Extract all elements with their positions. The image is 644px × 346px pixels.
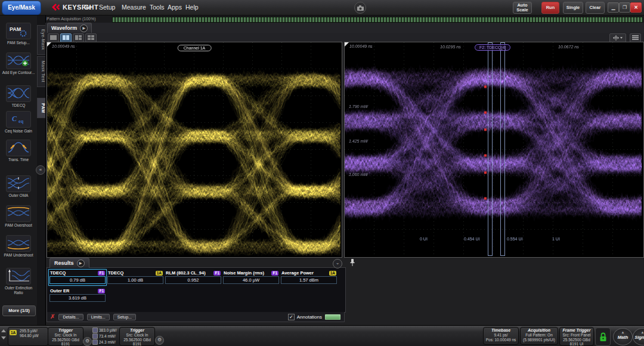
sidebar-item-ceq-noise-gain[interactable]: Ceq Ceq Noise Gain — [0, 111, 37, 134]
timebase-ref-left: 10.00049 ns — [52, 44, 75, 48]
source-badge-f1: F1 — [98, 289, 105, 294]
layout-three-button[interactable] — [73, 33, 84, 42]
add-eye-contour-icon — [6, 52, 31, 69]
auto-scale-button[interactable]: Auto Scale — [513, 2, 532, 14]
menu-setup[interactable]: Setup — [95, 0, 119, 15]
eye-mask-mode-button[interactable]: Eye/Mask — [2, 1, 41, 15]
trigger-source: Src: Clock In — [48, 333, 83, 338]
sidebar-item-tdecq[interactable]: TDECQ — [0, 85, 37, 108]
sidebar-item-add-eye-contour[interactable]: Add Eye Contour... — [0, 52, 37, 75]
menu-measure[interactable]: Measure — [118, 0, 150, 15]
layout-single-button[interactable] — [48, 33, 59, 42]
trigger-rate: 25.562500 GBd — [120, 338, 154, 342]
timebase-status[interactable]: Timebase 9.41 ps/ Pos: 10.00049 ns — [483, 327, 519, 345]
measurement-sidebar: PAM PAM Setup... Add Eye Contour... TDEC… — [0, 16, 38, 325]
tab-mask-test[interactable]: Mask Test — [37, 56, 45, 87]
results-body: TDECQF1 0.79 dB TDECQ1A 1.00 dB RLM (802… — [47, 267, 346, 313]
more-measurements-button[interactable]: More (1/3) — [2, 305, 36, 316]
camera-icon — [357, 5, 364, 11]
math-button[interactable]: ▲ Math — [613, 328, 633, 345]
trigger-status-1[interactable]: Trigger Src: Clock In 25.562500 GBd 8191 — [48, 327, 83, 346]
function-scale-row[interactable]: 383.0 µW/ — [92, 328, 117, 333]
sidebar-item-trans-time[interactable]: Trans. Time — [0, 140, 37, 162]
layout-quad-button[interactable] — [85, 33, 97, 42]
waveform-tab[interactable]: Waveform ▶ — [47, 23, 92, 33]
results-panel: Results ▶ TDECQF1 0.79 dB TDECQ1A 1.00 d… — [47, 258, 346, 322]
results-tab[interactable]: Results ▶ — [49, 258, 89, 268]
acquisition-status[interactable]: Acquisition Full Pattern: On (5.9899901 … — [520, 327, 558, 345]
pan-zoom-button[interactable] — [609, 33, 626, 42]
tdecq-function-badge[interactable]: F2: TDECQ[4] — [475, 44, 510, 51]
annotations-toggle[interactable] — [324, 314, 341, 320]
scroll-down-icon[interactable] — [1, 336, 6, 339]
single-button[interactable]: Single — [563, 2, 583, 14]
screenshot-button[interactable] — [354, 2, 366, 14]
measurement-tdecq-1a[interactable]: TDECQ1A 1.00 dB — [107, 270, 164, 285]
sidebar-item-pam-undershoot[interactable]: PAM Undershoot — [0, 235, 37, 258]
channel-1a-status[interactable]: 1A 295.5 µW/ 964.80 µW — [8, 327, 48, 346]
frame-trigger-status[interactable]: Frame Trigger Src: Front Panel 25.562500… — [559, 327, 594, 346]
delete-measurement-icon[interactable]: ✗ — [50, 314, 55, 320]
measurement-outer-er[interactable]: Outer ERF1 3.619 dB — [49, 288, 106, 303]
signals-button[interactable]: ▲ Signals — [633, 328, 644, 345]
source-badge-1a: 1A — [329, 271, 336, 276]
pin-icon[interactable] — [349, 258, 355, 267]
close-button[interactable]: ✕ — [630, 2, 642, 13]
menu-help[interactable]: Help — [182, 0, 202, 15]
chevron-up-icon: ▲ — [633, 330, 644, 335]
tab-play-icon[interactable]: ▶ — [80, 24, 88, 32]
ui-label-0454: 0.454 UI — [464, 237, 479, 241]
sidebar-item-outer-extinction-ratio[interactable]: Outer Extinction Ratio — [0, 268, 37, 295]
frame-trigger-pattern: 8191 UI — [560, 342, 593, 346]
sidebar-collapse-button[interactable]: « — [36, 165, 45, 175]
timebase-scale: 9.41 ps/ — [484, 333, 518, 338]
channel-1a-badge[interactable]: Channel 1A — [178, 45, 212, 51]
collapse-results-button[interactable]: ⌄ — [333, 259, 342, 268]
sidebar-item-outer-oma[interactable]: Outer OMA — [0, 175, 37, 198]
results-play-icon[interactable]: ▶ — [77, 260, 85, 267]
panel-menu-button[interactable] — [630, 33, 641, 42]
lock-button[interactable] — [595, 328, 611, 346]
timebase-reference-marker — [345, 42, 349, 47]
layout-split-button[interactable] — [60, 33, 72, 42]
measurement-value: 0.952 — [165, 276, 221, 284]
annotations-checkbox[interactable]: ✓ — [288, 314, 295, 320]
function-icon — [92, 339, 98, 345]
source-badge-f1: F1 — [98, 271, 105, 276]
waveform-panel-channel-1a[interactable]: 10.00049 ns Channel 1A — [47, 42, 342, 258]
function-settings-gear-icon[interactable]: ⚙ — [155, 336, 164, 345]
sidebar-item-pam-setup[interactable]: PAM PAM Setup... — [0, 23, 37, 45]
measurement-value: 1.00 dB — [107, 276, 163, 284]
scroll-up-icon[interactable] — [1, 329, 6, 332]
setup-button[interactable]: Setup... — [113, 314, 136, 320]
measurement-tdecq-f1[interactable]: TDECQF1 0.79 dB — [49, 270, 106, 285]
waveform-panel-tdecq-function[interactable]: 10.00049 ns 10.0295 ns F2: TDECQ[4] 10.0… — [344, 42, 644, 258]
timebase-position: Pos: 10.00049 ns — [484, 338, 518, 342]
timebase-ref-right: 10.00049 ns — [349, 44, 373, 48]
minimize-button[interactable]: ▁ — [608, 2, 619, 13]
sidebar-item-pam-overshoot[interactable]: PAM Overshoot — [0, 205, 37, 228]
level-label-upper: 1.790 mW — [349, 104, 368, 109]
status-bar: 1A 295.5 µW/ 964.80 µW Trigger Src: Cloc… — [0, 325, 644, 346]
restore-button[interactable]: ❐ — [619, 2, 630, 13]
tab-eye-mask[interactable]: Eye-Mask — [37, 25, 45, 55]
channel-settings-gear-icon[interactable]: ⚙ — [83, 337, 92, 346]
measurement-rlm[interactable]: RLM (802.3 CL_94)F1 0.952 — [165, 270, 222, 285]
measurement-noise-margin[interactable]: Noise Margin (rms)F1 46.0 µW — [222, 270, 280, 285]
run-button[interactable]: Run — [541, 2, 559, 14]
tab-pam[interactable]: PAM — [37, 98, 45, 118]
clear-button[interactable]: Clear — [586, 2, 605, 14]
function-scale-row[interactable]: 73.4 mW/ — [92, 333, 116, 339]
details-button[interactable]: Details... — [58, 314, 83, 320]
trigger-rate: 25.562500 GBd — [48, 338, 83, 342]
measurement-average-power[interactable]: Average Power1A 1.57 dBm — [280, 270, 338, 285]
measurement-value: 46.0 µW — [223, 276, 279, 284]
measurement-value: 3.619 dB — [49, 294, 106, 302]
menu-file[interactable]: File — [78, 0, 95, 15]
channel-offset: 964.80 µW — [20, 333, 47, 338]
chevron-up-icon: ▲ — [614, 330, 632, 335]
trigger-status-2[interactable]: Trigger Src: Clock In 25.562500 GBd 8191 — [119, 327, 155, 346]
function-scale-row[interactable]: 24.3 mW/ — [92, 339, 116, 345]
acquisition-density: (5.9899901 pts/UI) — [521, 338, 558, 342]
limits-button[interactable]: Limits... — [87, 314, 110, 320]
